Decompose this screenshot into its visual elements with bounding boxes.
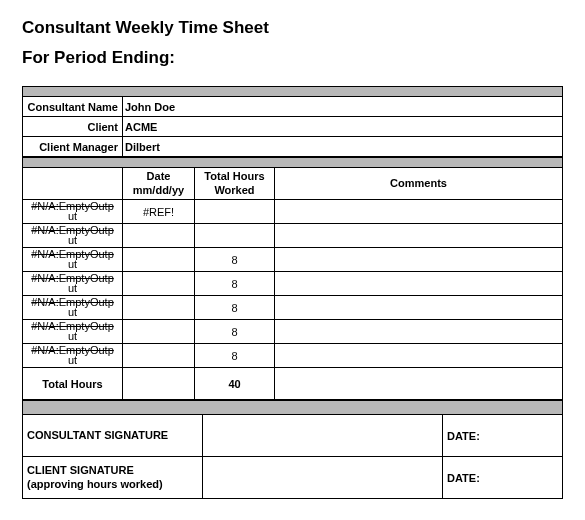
comments-cell [275, 224, 563, 248]
day-cell: #N/A:EmptyOutput [23, 224, 123, 248]
table-row: #N/A:EmptyOutput [23, 224, 563, 248]
total-row: Total Hours 40 [23, 368, 563, 400]
table-row: #N/A:EmptyOutput 8 [23, 320, 563, 344]
page-title: Consultant Weekly Time Sheet [22, 18, 563, 38]
time-divider-top [23, 158, 563, 168]
date-cell [123, 248, 195, 272]
consultant-name-label: Consultant Name [23, 97, 123, 117]
hours-cell: 8 [195, 248, 275, 272]
consultant-signature-space [203, 415, 443, 457]
client-label: Client [23, 117, 123, 137]
table-row: #N/A:EmptyOutput 8 [23, 296, 563, 320]
consultant-name-value: John Doe [123, 97, 563, 117]
header-date: Date mm/dd/yy [123, 168, 195, 200]
comments-cell [275, 296, 563, 320]
hours-cell: 8 [195, 344, 275, 368]
time-table: Date mm/dd/yy Total Hours Worked Comment… [22, 157, 563, 400]
period-ending-label: For Period Ending: [22, 48, 563, 68]
comments-cell [275, 200, 563, 224]
hours-cell: 8 [195, 272, 275, 296]
client-value: ACME [123, 117, 563, 137]
day-cell: #N/A:EmptyOutput [23, 248, 123, 272]
hours-cell [195, 224, 275, 248]
info-divider-top [23, 87, 563, 97]
header-day [23, 168, 123, 200]
day-cell: #N/A:EmptyOutput [23, 320, 123, 344]
date-cell [123, 224, 195, 248]
consultant-signature-label: CONSULTANT SIGNATURE [23, 415, 203, 457]
total-comments [275, 368, 563, 400]
total-hours: 40 [195, 368, 275, 400]
client-manager-value: Dilbert [123, 137, 563, 157]
day-cell: #N/A:EmptyOutput [23, 200, 123, 224]
date-cell [123, 344, 195, 368]
comments-cell [275, 320, 563, 344]
comments-cell [275, 272, 563, 296]
comments-cell [275, 248, 563, 272]
consultant-signature-row: CONSULTANT SIGNATURE DATE: [23, 415, 563, 457]
client-signature-space [203, 457, 443, 499]
day-cell: #N/A:EmptyOutput [23, 344, 123, 368]
hours-cell: 8 [195, 320, 275, 344]
total-date [123, 368, 195, 400]
header-hours: Total Hours Worked [195, 168, 275, 200]
table-row: #N/A:EmptyOutput #REF! [23, 200, 563, 224]
table-row: #N/A:EmptyOutput 8 [23, 344, 563, 368]
consultant-signature-date-label: DATE: [443, 415, 563, 457]
date-cell [123, 296, 195, 320]
date-cell [123, 320, 195, 344]
client-signature-row: CLIENT SIGNATURE (approving hours worked… [23, 457, 563, 499]
signature-table: CONSULTANT SIGNATURE DATE: CLIENT SIGNAT… [22, 400, 563, 499]
header-comments: Comments [275, 168, 563, 200]
date-cell [123, 272, 195, 296]
day-cell: #N/A:EmptyOutput [23, 272, 123, 296]
info-table: Consultant Name John Doe Client ACME Cli… [22, 86, 563, 157]
table-row: #N/A:EmptyOutput 8 [23, 248, 563, 272]
client-signature-label: CLIENT SIGNATURE (approving hours worked… [23, 457, 203, 499]
date-cell: #REF! [123, 200, 195, 224]
total-label: Total Hours [23, 368, 123, 400]
table-row: #N/A:EmptyOutput 8 [23, 272, 563, 296]
comments-cell [275, 344, 563, 368]
sig-divider-top [23, 401, 563, 415]
client-signature-date-label: DATE: [443, 457, 563, 499]
hours-cell [195, 200, 275, 224]
day-cell: #N/A:EmptyOutput [23, 296, 123, 320]
hours-cell: 8 [195, 296, 275, 320]
client-manager-label: Client Manager [23, 137, 123, 157]
